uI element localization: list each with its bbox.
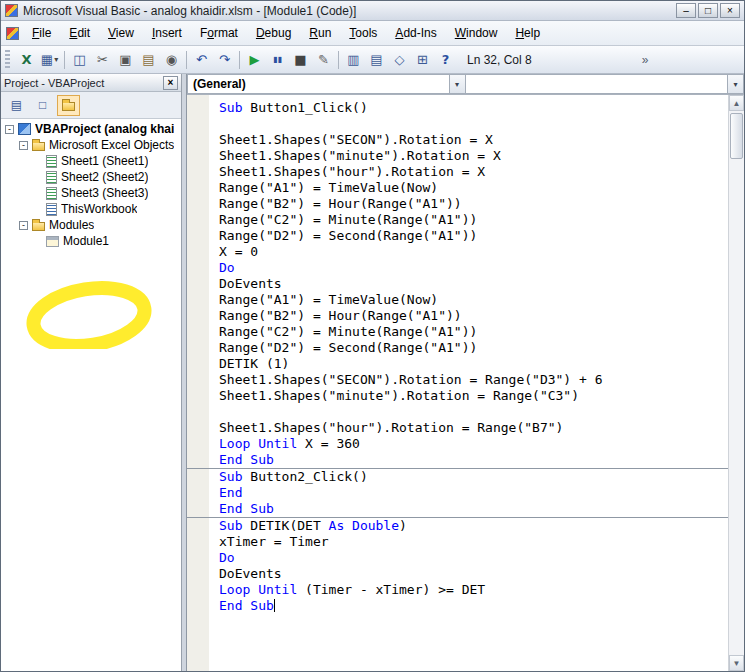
undo-button[interactable]: ↶ [190,49,213,71]
code-line[interactable]: Range("C2") = Minute(Range("A1")) [187,212,728,228]
code-line[interactable] [187,404,728,420]
code-line[interactable]: DETIK (1) [187,356,728,372]
menu-help[interactable]: Help [506,22,549,44]
minimize-button[interactable]: – [676,3,696,18]
menu-file[interactable]: File [23,22,60,44]
close-button[interactable]: × [720,3,740,18]
tree-item-sheet3[interactable]: Sheet3 (Sheet3) [1,185,181,201]
run-button[interactable]: ▶ [243,49,266,71]
menu-insert[interactable]: Insert [143,22,191,44]
tree-item-vbaproject[interactable]: -VBAProject (analog khai [1,121,181,137]
menu-run[interactable]: Run [300,22,340,44]
code-line[interactable]: Do [187,550,728,566]
expander-icon[interactable]: - [5,125,14,134]
panel-close-button[interactable]: × [163,76,178,90]
object-browser-button[interactable]: ◇ [388,49,411,71]
properties-window-button[interactable]: ▤ [365,49,388,71]
code-line[interactable]: Sub Button1_Click() [187,100,728,116]
menu-window[interactable]: Window [446,22,507,44]
maximize-button[interactable]: □ [698,3,718,18]
find-icon: ◉ [166,52,177,67]
menu-edit[interactable]: Edit [60,22,99,44]
code-line[interactable]: Sheet1.Shapes("minute").Rotation = X [187,148,728,164]
object-dropdown[interactable]: (General) ▾ [187,74,466,94]
scroll-up-icon[interactable]: ▲ [729,95,744,111]
tree-item-label: Sheet3 (Sheet3) [61,186,148,200]
scroll-down-icon[interactable]: ▼ [729,655,744,671]
code-line[interactable]: Sheet1.Shapes("SECON").Rotation = Range(… [187,372,728,388]
cut-button[interactable]: ✂ [91,49,114,71]
project-explorer-button[interactable]: ▥ [342,49,365,71]
toolbox-button[interactable]: ⊞ [411,49,434,71]
folder-icon [62,102,75,111]
find-button[interactable]: ◉ [160,49,183,71]
code-line[interactable]: End [187,485,728,501]
code-line[interactable]: DoEvents [187,276,728,292]
code-line[interactable]: Range("D2") = Second(Range("A1")) [187,228,728,244]
tree-item-label: Modules [49,218,94,232]
chevron-down-icon[interactable]: ▾ [449,75,465,93]
code-line[interactable]: Range("A1") = TimeValue(Now) [187,180,728,196]
toolbox-icon: ⊞ [417,52,428,67]
workbook-icon [46,203,57,216]
menu-format[interactable]: Format [191,22,247,44]
scrollbar-thumb[interactable] [730,113,743,159]
tree-item-module1[interactable]: Module1 [1,233,181,249]
code-line[interactable]: Sheet1.Shapes("hour").Rotation = Range("… [187,420,728,436]
code-line[interactable]: Sheet1.Shapes("minute").Rotation = Range… [187,388,728,404]
code-line[interactable]: Loop Until (Timer - xTimer) >= DET [187,582,728,598]
menu-debug[interactable]: Debug [247,22,300,44]
scrollbar-track[interactable] [729,111,744,655]
menu-tools[interactable]: Tools [340,22,386,44]
code-line[interactable]: DoEvents [187,566,728,582]
code-line[interactable]: Do [187,260,728,276]
tree-item-sheet2[interactable]: Sheet2 (Sheet2) [1,169,181,185]
help-icon: ? [442,52,450,67]
copy-button[interactable]: ▣ [114,49,137,71]
code-line[interactable]: Sheet1.Shapes("hour").Rotation = X [187,164,728,180]
code-line[interactable]: Range("B2") = Hour(Range("A1")) [187,196,728,212]
chevron-down-icon: ▾ [54,55,58,64]
break-button[interactable]: ▮▮ [266,49,289,71]
view-code-button[interactable]: ▤ [5,95,28,116]
code-line[interactable]: Range("A1") = TimeValue(Now) [187,292,728,308]
code-editor[interactable]: Sub Button1_Click()Sheet1.Shapes("SECON"… [187,95,728,671]
code-line[interactable]: End Sub [187,501,728,517]
project-panel-toolbar: ▤□ [1,92,181,119]
tree-item-modules[interactable]: -Modules [1,217,181,233]
redo-button[interactable]: ↷ [213,49,236,71]
menu-add-ins[interactable]: Add-Ins [386,22,445,44]
code-line[interactable]: Sub Button2_Click() [187,469,728,485]
reset-button[interactable]: ■ [289,49,312,71]
code-line[interactable]: End Sub [187,598,728,614]
code-line[interactable] [187,116,728,132]
code-line[interactable]: Sub DETIK(DET As Double) [187,518,728,534]
toolbar-grip-handle[interactable] [5,50,10,70]
view-microsoft-excel-button[interactable]: X [15,49,38,71]
toggle-folders-button[interactable] [57,95,80,116]
code-line[interactable]: Loop Until X = 360 [187,436,728,452]
tree-item-excel-objects[interactable]: -Microsoft Excel Objects [1,137,181,153]
view-object-button[interactable]: □ [31,95,54,116]
design-mode-button[interactable]: ✎ [312,49,335,71]
paste-button[interactable]: ▤ [137,49,160,71]
vertical-scrollbar[interactable]: ▲ ▼ [728,95,744,671]
tree-item-sheet1[interactable]: Sheet1 (Sheet1) [1,153,181,169]
menu-view[interactable]: View [99,22,143,44]
expander-icon[interactable]: - [19,141,28,150]
code-line[interactable]: Range("D2") = Second(Range("A1")) [187,340,728,356]
help-button[interactable]: ? [434,49,457,71]
code-line[interactable]: xTimer = Timer [187,534,728,550]
code-line[interactable]: X = 0 [187,244,728,260]
code-line[interactable]: End Sub [187,452,728,468]
code-line[interactable]: Range("B2") = Hour(Range("A1")) [187,308,728,324]
chevron-down-icon[interactable]: ▾ [727,75,743,93]
code-line[interactable]: Range("C2") = Minute(Range("A1")) [187,324,728,340]
procedure-dropdown[interactable]: ▾ [466,74,745,94]
code-line[interactable]: Sheet1.Shapes("SECON").Rotation = X [187,132,728,148]
expander-icon[interactable]: - [19,221,28,230]
save-button[interactable]: ◫ [68,49,91,71]
tree-item-thisworkbook[interactable]: ThisWorkbook [1,201,181,217]
insert-userform-button[interactable]: ▦▾ [38,49,61,71]
toolbar-options-icon[interactable]: » [638,53,652,67]
